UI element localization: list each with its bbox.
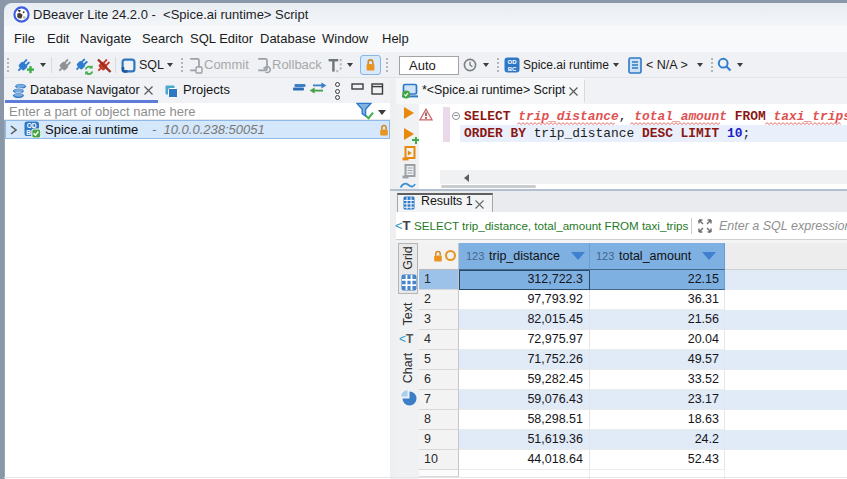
svg-text:B: B xyxy=(26,129,31,136)
svg-text:BC: BC xyxy=(508,66,517,72)
svg-text:OD: OD xyxy=(508,59,518,65)
